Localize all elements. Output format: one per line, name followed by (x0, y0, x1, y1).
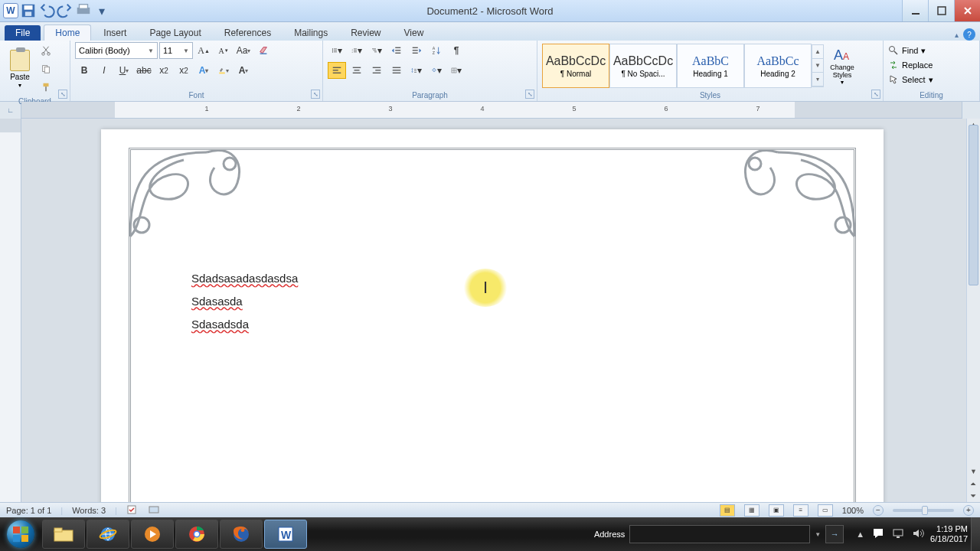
paragraph-launcher-icon[interactable]: ⤡ (525, 90, 534, 99)
view-ruler-toggle[interactable] (962, 102, 980, 119)
show-marks-icon[interactable]: ¶ (447, 42, 466, 59)
zoom-level[interactable]: 100% (842, 506, 864, 515)
document-page[interactable]: Sdadsasadasdasdsa Sdasasda Sdasadsda I (101, 129, 884, 502)
scroll-thumb[interactable] (969, 125, 978, 285)
clipboard-launcher-icon[interactable]: ⤡ (58, 90, 67, 99)
maximize-button[interactable] (928, 0, 954, 21)
font-size-dropdown[interactable]: 11▼ (159, 42, 193, 59)
tray-volume-icon[interactable] (912, 527, 924, 541)
bold-button[interactable]: B (75, 62, 93, 79)
grow-font-icon[interactable]: A▲ (194, 42, 213, 59)
superscript-button[interactable]: x2 (175, 62, 193, 79)
qat-customize-icon[interactable]: ▾ (93, 2, 110, 19)
close-button[interactable] (954, 0, 980, 21)
show-desktop-button[interactable] (971, 517, 980, 551)
multilevel-list-icon[interactable]: ▾ (368, 42, 386, 59)
zoom-in-button[interactable]: + (963, 505, 974, 516)
vertical-ruler[interactable] (0, 119, 21, 502)
copy-icon[interactable] (37, 60, 55, 77)
find-button[interactable]: Find ▾ (888, 44, 926, 57)
macro-record-icon[interactable] (148, 504, 160, 517)
start-button[interactable] (0, 517, 41, 551)
shading-icon[interactable]: ▾ (427, 62, 446, 79)
tab-insert[interactable]: Insert (93, 25, 137, 41)
strikethrough-button[interactable]: abc (135, 62, 153, 79)
tab-references[interactable]: References (214, 25, 282, 41)
tab-mailings[interactable]: Mailings (283, 25, 338, 41)
taskbar-ie[interactable] (87, 520, 129, 549)
paste-button[interactable]: Paste ▼ (5, 47, 35, 91)
word-app-icon[interactable]: W (3, 3, 18, 18)
change-case-icon[interactable]: Aa▾ (234, 42, 253, 59)
minimize-ribbon-icon[interactable]: ▴ (955, 31, 959, 39)
style-heading-1[interactable]: AaBbCHeading 1 (677, 44, 744, 88)
increase-indent-icon[interactable] (407, 42, 426, 59)
font-name-dropdown[interactable]: Calibri (Body)▼ (75, 42, 158, 59)
taskbar-explorer[interactable] (42, 520, 85, 549)
bullets-icon[interactable]: ▾ (328, 42, 346, 59)
vertical-scrollbar[interactable]: ▲ ▼ ⏶ ⏷ (966, 119, 980, 502)
help-icon[interactable]: ? (963, 28, 975, 41)
decrease-indent-icon[interactable] (387, 42, 406, 59)
proofing-icon[interactable] (126, 504, 139, 517)
sort-icon[interactable]: AZ (427, 42, 446, 59)
taskbar-media-player[interactable] (131, 520, 174, 549)
tab-home[interactable]: Home (44, 24, 91, 41)
print-layout-view-icon[interactable]: ▤ (720, 504, 735, 517)
tab-page-layout[interactable]: Page Layout (139, 25, 211, 41)
horizontal-ruler[interactable]: 1234567 (21, 102, 962, 119)
scroll-down-icon[interactable]: ▼ (967, 465, 980, 478)
redo-icon[interactable] (57, 2, 74, 19)
word-count[interactable]: Words: 3 (72, 506, 106, 515)
previous-page-icon[interactable]: ⏶ (967, 478, 980, 490)
undo-icon[interactable] (38, 2, 55, 19)
tray-show-hidden-icon[interactable]: ▲ (856, 530, 864, 539)
file-tab[interactable]: File (5, 25, 41, 41)
web-layout-view-icon[interactable]: ▣ (769, 504, 784, 517)
align-center-button[interactable] (348, 62, 366, 79)
tab-review[interactable]: Review (340, 25, 391, 41)
tray-action-center-icon[interactable] (872, 527, 884, 541)
align-right-button[interactable] (368, 62, 386, 79)
zoom-slider-thumb[interactable] (922, 506, 928, 515)
save-icon[interactable] (20, 2, 37, 19)
zoom-slider[interactable] (893, 509, 954, 512)
clear-formatting-icon[interactable] (254, 42, 273, 59)
text-effects-icon[interactable]: A▾ (194, 62, 213, 79)
tab-view[interactable]: View (394, 25, 435, 41)
tray-network-icon[interactable] (892, 527, 904, 541)
draft-view-icon[interactable]: ▭ (818, 504, 833, 517)
zoom-out-button[interactable]: − (873, 505, 884, 516)
select-button[interactable]: Select ▾ (888, 73, 933, 86)
style-normal[interactable]: AaBbCcDc¶ Normal (542, 44, 609, 88)
address-go-button[interactable]: → (825, 525, 844, 543)
justify-button[interactable] (387, 62, 406, 79)
italic-button[interactable]: I (95, 62, 113, 79)
subscript-button[interactable]: x2 (155, 62, 173, 79)
document-text[interactable]: Sdadsasadasdasdsa Sdasasda Sdasadsda (191, 267, 298, 336)
full-screen-view-icon[interactable]: ▦ (744, 504, 760, 517)
font-launcher-icon[interactable]: ⤡ (311, 90, 320, 99)
highlight-color-icon[interactable]: ▾ (214, 62, 233, 79)
format-painter-icon[interactable] (37, 79, 55, 96)
numbering-icon[interactable]: 123▾ (348, 42, 366, 59)
address-input[interactable] (629, 525, 810, 543)
borders-icon[interactable]: ▾ (447, 62, 466, 79)
taskbar-word[interactable]: W (264, 520, 307, 549)
outline-view-icon[interactable]: ≡ (793, 504, 808, 517)
change-styles-button[interactable]: AA Change Styles▼ (824, 44, 861, 88)
style-heading-2[interactable]: AaBbCcHeading 2 (744, 44, 812, 88)
next-page-icon[interactable]: ⏷ (967, 490, 980, 502)
styles-launcher-icon[interactable]: ⤡ (871, 90, 880, 99)
line-spacing-icon[interactable]: ▾ (407, 62, 426, 79)
style-no-spacing[interactable]: AaBbCcDc¶ No Spaci... (609, 44, 677, 88)
taskbar-firefox[interactable] (220, 520, 263, 549)
address-dropdown-icon[interactable]: ▼ (815, 531, 821, 538)
taskbar-clock[interactable]: 1:19 PM 6/18/2017 (930, 524, 971, 544)
styles-gallery-expand[interactable]: ▲▼▾ (812, 44, 824, 87)
align-left-button[interactable] (328, 62, 346, 79)
cut-icon[interactable] (37, 42, 55, 59)
minimize-button[interactable] (902, 0, 928, 21)
taskbar-chrome[interactable] (175, 520, 218, 549)
underline-button[interactable]: U▾ (115, 62, 133, 79)
